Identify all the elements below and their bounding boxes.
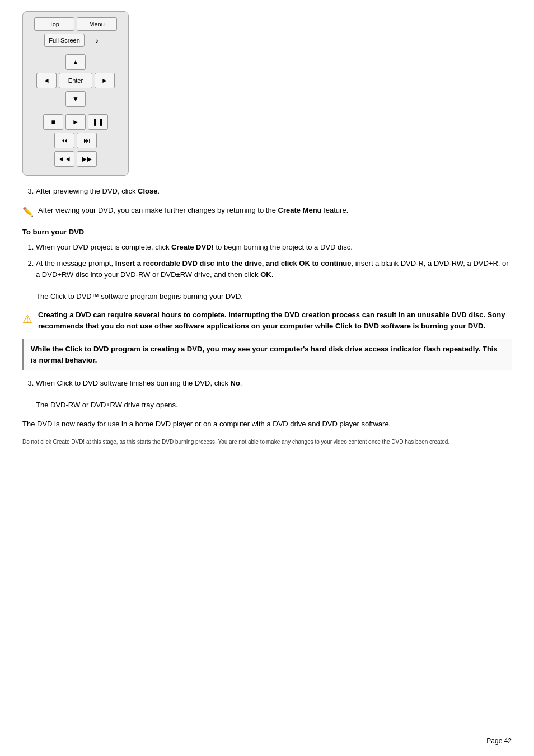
burn-steps-list: When your DVD project is complete, click… — [22, 242, 512, 302]
ok-bold: OK — [260, 270, 271, 279]
warning-text: Creating a DVD can require several hours… — [38, 309, 512, 331]
warning-block: ⚠ Creating a DVD can require several hou… — [22, 309, 512, 331]
burn-step-3: When Click to DVD software finishes burn… — [36, 378, 512, 411]
burn-step-1-text: When your DVD project is complete, click… — [36, 243, 353, 251]
pause-button[interactable]: ❚❚ — [88, 114, 108, 130]
note-pencil-icon: ✏️ — [22, 205, 34, 219]
info-box: While the Click to DVD program is creati… — [22, 339, 512, 370]
click-to-dvd-note: The Click to DVD™ software program begin… — [36, 292, 243, 300]
left-button[interactable]: ◄ — [36, 73, 57, 88]
fullscreen-button[interactable]: Full Screen — [44, 34, 85, 47]
down-button[interactable]: ▼ — [65, 91, 86, 107]
menu-button[interactable]: Menu — [77, 17, 117, 31]
burn-dvd-heading: To burn your DVD — [22, 228, 512, 236]
remote-row-direction: ◄ Enter ► — [29, 73, 123, 88]
up-button[interactable]: ▲ — [65, 54, 86, 70]
play-button[interactable]: ► — [65, 114, 86, 130]
audio-icon: ♪ — [87, 34, 107, 47]
small-note: Do not click Create DVD! at this stage, … — [22, 438, 512, 446]
remote-row-playback: ■ ► ❚❚ — [29, 114, 123, 130]
stop-button[interactable]: ■ — [43, 114, 63, 130]
remote-row-chapter: ⏮ ⏭ — [29, 133, 123, 148]
remote-row-down: ▼ — [29, 91, 123, 107]
burn-step-3-text: When Click to DVD software finishes burn… — [36, 379, 242, 387]
steps-after-preview: After previewing the DVD, click Close. — [22, 186, 512, 197]
burn-step-2-text: At the message prompt, Insert a recordab… — [36, 259, 509, 279]
prev-chapter-button[interactable]: ⏮ — [54, 133, 74, 148]
next-chapter-button[interactable]: ⏭ — [77, 133, 97, 148]
create-dvd-bold: Create DVD! — [171, 243, 214, 251]
right-button[interactable]: ► — [95, 73, 115, 88]
no-bold: No — [231, 379, 240, 387]
step-after-preview-3: After previewing the DVD, click Close. — [36, 186, 512, 197]
info-box-text: While the Click to DVD program is creati… — [31, 345, 498, 364]
page-number: Page 42 — [486, 737, 512, 745]
remote-control-panel: Top Menu Full Screen ♪ ▲ ◄ Enter ► ▼ ■ ►… — [22, 11, 129, 176]
remote-row-seek: ◄◄ ▶▶ — [29, 151, 123, 167]
final-text: The DVD is now ready for use in a home D… — [22, 419, 512, 430]
drive-tray-text: The DVD-RW or DVD±RW drive tray opens. — [36, 401, 178, 409]
create-menu-bold: Create Menu — [278, 206, 322, 214]
step3-bold: Close — [138, 187, 157, 195]
note-after-preview-text: After viewing your DVD, you can make fur… — [38, 205, 348, 216]
rewind-button[interactable]: ◄◄ — [54, 151, 74, 167]
ffwd-button[interactable]: ▶▶ — [77, 151, 97, 167]
warning-icon: ⚠ — [22, 311, 32, 327]
insert-disc-bold: Insert a recordable DVD disc into the dr… — [115, 259, 352, 267]
burn-step-3-list: When Click to DVD software finishes burn… — [22, 378, 512, 411]
burn-step-2: At the message prompt, Insert a recordab… — [36, 258, 512, 302]
enter-button[interactable]: Enter — [59, 73, 92, 88]
step3-text: After previewing the DVD, click Close. — [36, 187, 160, 195]
note-after-preview: ✏️ After viewing your DVD, you can make … — [22, 205, 512, 219]
top-button[interactable]: Top — [34, 17, 74, 31]
remote-row-up: ▲ — [29, 54, 123, 70]
burn-step-1: When your DVD project is complete, click… — [36, 242, 512, 253]
remote-row-top-menu: Top Menu — [29, 17, 123, 31]
remote-row-fullscreen: Full Screen ♪ — [29, 34, 123, 47]
